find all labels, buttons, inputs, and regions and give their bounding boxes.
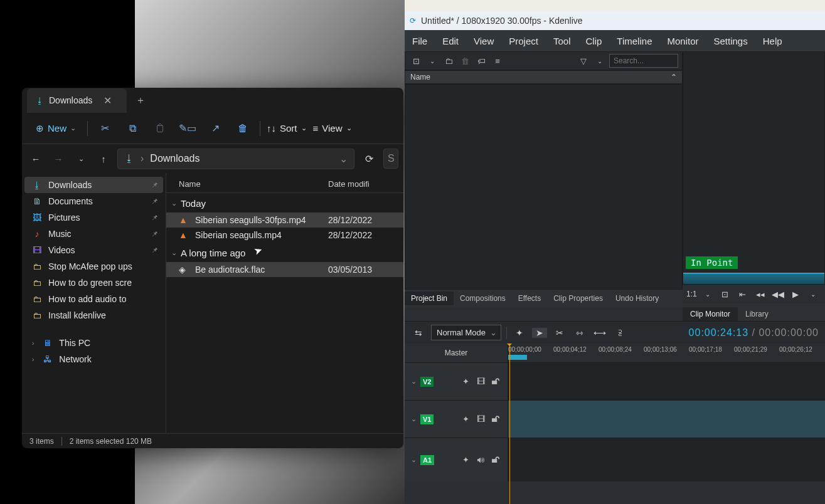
playhead[interactable] <box>509 344 510 504</box>
sidebar-item-network[interactable]: ›🖧Network <box>24 351 163 367</box>
add-folder-icon[interactable]: 🗀 <box>442 56 455 66</box>
play-icon[interactable]: ▶ <box>789 290 802 299</box>
refresh-button[interactable]: ⟳ <box>359 153 378 165</box>
sidebar-item-folder[interactable]: 🗀How to add audio to <box>24 291 163 307</box>
menu-settings[interactable]: Settings <box>714 36 748 46</box>
ripple-icon[interactable]: ⫔ <box>612 328 627 338</box>
menu-clip[interactable]: Clip <box>586 36 602 46</box>
expand-icon[interactable]: › <box>32 340 34 347</box>
group-long-ago[interactable]: ⌄A long time ago <box>166 243 403 262</box>
monitor-ruler[interactable] <box>683 273 824 284</box>
chevron-down-icon[interactable]: ⌄ <box>339 153 348 165</box>
tab-compositions[interactable]: Compositions <box>454 291 512 305</box>
search-field[interactable]: S <box>383 149 398 169</box>
new-button[interactable]: ⊕ New ⌄ <box>31 120 81 137</box>
forward-button[interactable]: → <box>50 154 67 164</box>
chevron-down-icon[interactable]: ⌄ <box>425 58 439 65</box>
tab-clip-monitor[interactable]: Clip Monitor <box>683 307 738 321</box>
bin-column-header[interactable]: Name ⌃ <box>405 70 683 84</box>
address-bar[interactable]: ⭳ › Downloads ⌄ <box>117 149 354 169</box>
sidebar-item-downloads[interactable]: ⭳Downloads📌︎ <box>24 177 163 193</box>
menu-monitor[interactable]: Monitor <box>667 36 698 46</box>
chevron-down-icon[interactable]: ⌄ <box>806 291 820 298</box>
tab-project-bin[interactable]: Project Bin <box>405 291 454 305</box>
expand-icon[interactable]: › <box>32 356 34 363</box>
share-icon[interactable]: ↗ <box>205 122 226 134</box>
track-header[interactable]: ⌄ A1 ✦ 🔊︎ 🔓︎ <box>405 438 508 481</box>
menu-timeline[interactable]: Timeline <box>617 36 652 46</box>
track-options-icon[interactable]: ⇆ <box>411 328 426 338</box>
bin-content-area[interactable] <box>405 84 683 290</box>
effects-icon[interactable]: ✦ <box>460 455 471 465</box>
tab-effects[interactable]: Effects <box>512 291 547 305</box>
tab-undo-history[interactable]: Undo History <box>609 291 665 305</box>
mute-icon[interactable]: 🔊︎ <box>475 455 486 465</box>
sidebar-item-this-pc[interactable]: ›🖥︎This PC <box>24 335 163 351</box>
razor-icon[interactable]: ✂ <box>552 328 567 338</box>
options-icon[interactable]: ≡ <box>491 56 504 66</box>
menu-file[interactable]: File <box>412 36 427 46</box>
file-row[interactable]: ▲Siberian seagulls-30fps.mp428/12/2022 <box>166 213 403 228</box>
effects-icon[interactable]: ✦ <box>460 377 471 386</box>
sidebar-item-folder[interactable]: 🗀Install kdenlive <box>24 307 163 323</box>
edit-mode-select[interactable]: Normal Mode <box>431 325 501 340</box>
explorer-tab-downloads[interactable]: ⭳ Downloads ✕ <box>27 88 127 113</box>
chevron-down-icon[interactable]: ⌄ <box>701 291 715 298</box>
lock-icon[interactable]: 🔓︎ <box>490 414 501 424</box>
video-icon[interactable]: 🎞︎ <box>475 377 486 386</box>
master-label[interactable]: Master <box>405 344 508 362</box>
slip-icon[interactable]: ⟷ <box>592 328 607 338</box>
menu-tool[interactable]: Tool <box>553 36 571 46</box>
menu-edit[interactable]: Edit <box>442 36 459 46</box>
sidebar-item-folder[interactable]: 🗀Stop McAfee pop ups <box>24 258 163 275</box>
tab-library[interactable]: Library <box>738 307 776 321</box>
prev-frame-icon[interactable]: ◂◂ <box>753 290 767 299</box>
file-row[interactable]: ▲Siberian seagulls.mp428/12/2022 <box>166 228 403 243</box>
group-today[interactable]: ⌄Today <box>166 193 403 213</box>
list-header[interactable]: Name Date modifi <box>166 176 403 193</box>
cut-icon[interactable]: ✂ <box>94 122 115 134</box>
timeline-zone[interactable] <box>508 355 527 360</box>
bin-search-input[interactable] <box>609 54 678 68</box>
composition-icon[interactable]: ✦ <box>512 328 527 338</box>
zoom-scale[interactable]: 1:1 <box>686 290 697 298</box>
column-date[interactable]: Date modifi <box>328 179 391 189</box>
goto-start-icon[interactable]: ⇤ <box>736 290 750 299</box>
bin-search-field[interactable] <box>609 54 678 68</box>
video-icon[interactable]: 🎞︎ <box>475 414 486 424</box>
track-header[interactable]: ⌄ V1 ✦ 🎞︎ 🔓︎ <box>405 401 508 438</box>
chevron-down-icon[interactable]: ⌄ <box>593 58 607 65</box>
breadcrumb-current[interactable]: Downloads <box>150 153 200 164</box>
delete-clip-icon[interactable]: 🗑︎ <box>458 56 472 66</box>
monitor-viewport[interactable]: In Point <box>683 51 825 285</box>
lock-icon[interactable]: 🔓︎ <box>490 377 501 386</box>
file-row[interactable]: ◈Be audiotrack.flac03/05/2013 <box>166 262 403 277</box>
track-body[interactable] <box>508 401 825 438</box>
sidebar-item-folder[interactable]: 🗀How to do green scre <box>24 275 163 291</box>
timeline-ruler[interactable]: 00;00;00;00 00;00;04;12 00;00;08;24 00;0… <box>508 344 825 362</box>
rename-icon[interactable]: ✎▭ <box>177 122 198 134</box>
collapse-icon[interactable]: ⌄ <box>411 377 417 386</box>
close-tab-icon[interactable]: ✕ <box>97 92 118 109</box>
delete-icon[interactable]: 🗑︎ <box>232 123 253 134</box>
add-clip-icon[interactable]: ⊡ <box>409 56 423 66</box>
tag-icon[interactable]: 🏷︎ <box>474 56 488 66</box>
track-body[interactable] <box>508 363 825 400</box>
effects-icon[interactable]: ✦ <box>460 414 471 424</box>
menu-view[interactable]: View <box>474 36 494 46</box>
sidebar-item-music[interactable]: ♪Music📌︎ <box>24 226 163 242</box>
menu-project[interactable]: Project <box>509 36 538 46</box>
column-name[interactable]: Name <box>179 179 328 189</box>
selection-tool-icon[interactable]: ➤ <box>532 328 547 338</box>
collapse-icon[interactable]: ⌄ <box>411 456 417 464</box>
back-button[interactable]: ← <box>27 154 45 164</box>
filter-icon[interactable]: ▽ <box>577 56 590 66</box>
rewind-icon[interactable]: ◀◀ <box>771 290 785 299</box>
sort-button[interactable]: ↑↓ Sort ⌄ <box>267 123 307 134</box>
spacer-icon[interactable]: ⇿ <box>572 328 587 338</box>
collapse-icon[interactable]: ⌄ <box>411 415 417 423</box>
paste-icon[interactable]: 📋︎ <box>149 123 171 134</box>
sidebar-item-videos[interactable]: 🎞︎Videos📌︎ <box>24 242 163 258</box>
set-in-icon[interactable]: ⊡ <box>718 290 732 299</box>
up-button[interactable]: ↑ <box>95 154 112 164</box>
